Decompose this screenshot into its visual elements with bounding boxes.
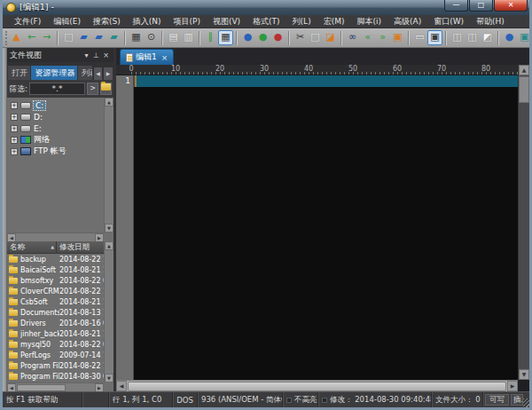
- expand-icon[interactable]: +: [11, 102, 18, 109]
- maximize-button[interactable]: □: [469, 0, 493, 12]
- file-change-icon[interactable]: ▲: [9, 30, 24, 45]
- scroll-right-icon[interactable]: ▶: [507, 381, 518, 391]
- filter-browse-button[interactable]: [100, 83, 112, 95]
- file-info-icon[interactable]: ▤: [166, 30, 181, 45]
- tab-list[interactable]: 列表: [78, 66, 92, 80]
- status-position[interactable]: 行 1, 列 1, C0: [109, 392, 173, 407]
- minimize-button[interactable]: —: [444, 0, 468, 12]
- document-tab[interactable]: 编辑1 ×: [120, 49, 174, 65]
- print-preview-icon[interactable]: ⊙: [144, 30, 159, 45]
- list-item[interactable]: Drivers2014-08-16 09: [7, 318, 104, 328]
- panel-menu-icon[interactable]: ▾: [82, 51, 91, 59]
- scroll-down-icon[interactable]: ▼: [105, 224, 113, 233]
- scrollbar-thumb[interactable]: [128, 382, 506, 391]
- cascade-windows-icon[interactable]: ◫: [450, 30, 465, 45]
- window-list-icon[interactable]: ▣: [427, 30, 442, 45]
- edit-surface[interactable]: [134, 75, 518, 380]
- status-insert-mode-button[interactable]: 插..: [511, 394, 523, 406]
- status-encoding[interactable]: 936 (ANSI/OEM - 简体中文 GBK): [198, 392, 283, 407]
- tree-item-e[interactable]: + E:: [7, 122, 104, 134]
- close-file-icon[interactable]: ▰: [91, 30, 106, 45]
- list-item[interactable]: backup2014-08-22 10: [7, 254, 104, 264]
- tree-item-c[interactable]: + C:: [7, 99, 104, 111]
- toolbar-grip[interactable]: [5, 31, 7, 45]
- menu-advanced[interactable]: 高级(A): [387, 16, 427, 28]
- forward-icon[interactable]: →: [39, 30, 54, 45]
- layers-icon[interactable]: ◩: [480, 30, 495, 45]
- new-window-icon[interactable]: ▭: [412, 30, 427, 45]
- cut-icon[interactable]: ✂: [293, 30, 308, 45]
- browser-blue-icon[interactable]: ●: [240, 30, 255, 45]
- list-item[interactable]: BaicaiSoft2014-08-21 16: [7, 264, 104, 275]
- tab-scroll-left-icon[interactable]: ◀: [94, 67, 103, 80]
- scroll-up-icon[interactable]: ▲: [105, 241, 113, 250]
- column-mode-icon[interactable]: ∥: [203, 30, 218, 45]
- scrollbar-thumb[interactable]: [17, 384, 66, 391]
- list-item[interactable]: CsbSoft2014-08-21 13: [7, 296, 104, 307]
- hex-mode-icon[interactable]: ▦: [218, 30, 233, 45]
- text-editor[interactable]: 1: [116, 75, 518, 380]
- status-highlight[interactable]: 不高亮: [283, 392, 318, 407]
- preview-view-icon[interactable]: ▣: [517, 30, 529, 45]
- expand-icon[interactable]: +: [11, 148, 18, 155]
- tile-windows-icon[interactable]: ◫: [465, 30, 480, 45]
- tree-item-network[interactable]: + 网络: [7, 134, 104, 146]
- find-prev-icon[interactable]: «: [360, 30, 375, 45]
- menu-script[interactable]: 脚本(i): [350, 16, 387, 28]
- menu-project[interactable]: 项目(P): [167, 16, 206, 28]
- expand-icon[interactable]: +: [11, 137, 18, 144]
- filter-go-button[interactable]: >: [87, 83, 98, 95]
- tree-item-d[interactable]: + D:: [7, 111, 104, 122]
- menu-window[interactable]: 窗口(W): [427, 16, 470, 28]
- new-file-icon[interactable]: □: [61, 30, 76, 45]
- menu-insert[interactable]: 插入(N): [127, 16, 168, 28]
- list-vscrollbar[interactable]: ▲ ▼: [104, 241, 113, 382]
- menu-macro[interactable]: 宏(M): [317, 16, 351, 28]
- list-item[interactable]: Program File...2014-08-30 09: [7, 371, 104, 382]
- scroll-left-icon[interactable]: ◀: [7, 233, 16, 241]
- paste-icon[interactable]: ◪: [323, 30, 338, 45]
- edit-doc-icon[interactable]: ▥: [181, 30, 196, 45]
- titlebar[interactable]: [编辑1] - — □ ✕: [3, 0, 529, 15]
- scroll-down-icon[interactable]: ▼: [105, 374, 113, 382]
- browser-red-icon[interactable]: ●: [270, 30, 286, 45]
- find-next-icon[interactable]: »: [375, 30, 390, 45]
- scroll-down-icon[interactable]: ▼: [519, 369, 529, 380]
- save-file-icon[interactable]: ▰: [106, 30, 121, 45]
- tree-item-ftp[interactable]: + FTP 帐号: [7, 146, 104, 157]
- tab-explorer[interactable]: 资源管理器: [31, 66, 77, 80]
- list-item[interactable]: mysql502014-08-22 08: [7, 339, 104, 350]
- list-item[interactable]: bmsoftxy2014-08-22 08: [7, 275, 104, 286]
- browser-green-icon[interactable]: ●: [255, 30, 270, 45]
- scroll-up-icon[interactable]: ▲: [519, 65, 529, 75]
- list-item[interactable]: Program Files2014-08-22 12: [7, 360, 104, 371]
- list-hscrollbar[interactable]: ◀ ▶: [7, 382, 104, 391]
- open-file-icon[interactable]: ▰: [76, 30, 91, 45]
- column-name[interactable]: 名称▲: [7, 241, 57, 253]
- status-writable-button[interactable]: 可写: [485, 394, 509, 406]
- web-icon[interactable]: ●: [502, 30, 517, 45]
- resize-grip[interactable]: [523, 398, 529, 407]
- tab-close-icon[interactable]: ×: [161, 53, 168, 62]
- back-icon[interactable]: ←: [24, 30, 39, 45]
- expand-icon[interactable]: +: [11, 125, 18, 132]
- menu-format[interactable]: 格式(T): [246, 16, 286, 28]
- editor-hscrollbar[interactable]: ◀ ▶: [116, 380, 518, 391]
- menu-file[interactable]: 文件(F): [8, 16, 47, 28]
- scroll-up-icon[interactable]: ▲: [105, 98, 113, 106]
- list-item[interactable]: Documents2014-08-13 14: [7, 307, 104, 318]
- menu-column[interactable]: 列(L): [286, 16, 317, 28]
- scrollbar-thumb[interactable]: [519, 76, 529, 103]
- find-icon[interactable]: ∞: [345, 30, 360, 45]
- filter-input[interactable]: *.*: [29, 83, 85, 95]
- editor-vscrollbar[interactable]: ▲ ▼: [518, 65, 529, 380]
- tab-open[interactable]: 打开: [8, 66, 30, 80]
- scroll-left-icon[interactable]: ◀: [7, 383, 16, 392]
- scroll-right-icon[interactable]: ▶: [95, 233, 104, 241]
- status-line-ending[interactable]: DOS: [173, 392, 198, 407]
- tree-vscrollbar[interactable]: ▲ ▼: [104, 98, 113, 233]
- print-icon[interactable]: ▦: [129, 30, 144, 45]
- copy-icon[interactable]: □: [308, 30, 323, 45]
- list-item[interactable]: CloverCRM2014-08-22 12: [7, 286, 104, 296]
- menu-help[interactable]: 帮助(H): [470, 16, 511, 28]
